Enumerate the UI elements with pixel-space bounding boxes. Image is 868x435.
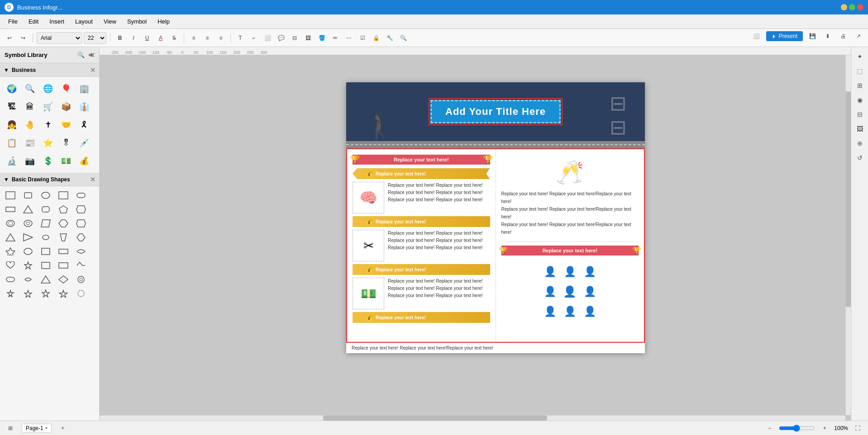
list-item[interactable] (73, 231, 89, 244)
title-text-box-selected[interactable]: Add Your Title Here (429, 98, 563, 125)
strikethrough-button[interactable]: S̶ (168, 32, 180, 44)
monitor-icon[interactable]: ⬜ (751, 30, 763, 42)
list-item[interactable] (38, 273, 53, 286)
italic-button[interactable]: I (128, 32, 139, 44)
save-icon[interactable]: 💾 (806, 30, 818, 42)
list-item[interactable] (73, 259, 89, 272)
text-tool-button[interactable]: T (234, 32, 246, 44)
list-item[interactable] (38, 189, 53, 202)
list-item[interactable]: 👔 (76, 99, 92, 115)
list-item[interactable] (38, 259, 53, 272)
minimize-button[interactable] (841, 4, 847, 10)
shapes-section-header[interactable]: ▼ Basic Drawing Shapes ✕ (0, 173, 99, 186)
list-item[interactable] (56, 273, 71, 286)
list-item[interactable]: 🤝 (58, 117, 74, 133)
view-mode-button[interactable]: ⊞ (5, 422, 16, 434)
list-item[interactable] (20, 287, 36, 300)
font-family-select[interactable]: Arial Times New Roman Helvetica (37, 32, 82, 44)
image-button[interactable]: 🖼 (302, 32, 314, 44)
close-business-button[interactable]: ✕ (90, 66, 95, 74)
list-item[interactable] (56, 217, 71, 230)
list-item[interactable] (38, 231, 53, 244)
list-item[interactable] (3, 203, 18, 216)
print-icon[interactable]: 🖨 (837, 30, 849, 42)
list-item[interactable]: 👧 (4, 117, 20, 133)
share-icon[interactable]: ↗ (853, 30, 864, 42)
crop-tool-button[interactable]: ⌐ (248, 32, 260, 44)
menu-layout[interactable]: Layout (71, 16, 97, 27)
list-item[interactable] (38, 245, 53, 258)
zoom-slider[interactable] (779, 425, 815, 432)
list-item[interactable]: 🏗 (4, 99, 20, 115)
list-item[interactable] (3, 259, 18, 272)
list-item[interactable] (20, 189, 36, 202)
align-center-button[interactable]: ≡ (201, 32, 213, 44)
list-item[interactable] (56, 203, 71, 216)
menu-symbol[interactable]: Symbol (123, 16, 151, 27)
list-item[interactable]: 💉 (76, 135, 92, 151)
list-item[interactable] (20, 203, 36, 216)
list-item[interactable] (73, 217, 89, 230)
grid-tool-button[interactable]: ⊞ (854, 80, 866, 91)
line-style-button[interactable]: ⋯ (343, 32, 355, 44)
list-item[interactable]: 📷 (22, 153, 38, 169)
menu-view[interactable]: View (99, 16, 121, 27)
lock-button[interactable]: 🔒 (370, 32, 382, 44)
search-button[interactable]: 🔍 (397, 32, 409, 44)
select-tool-button[interactable]: ✦ (854, 51, 866, 62)
collapse-panel-icon[interactable]: ≪ (88, 52, 95, 58)
fullscreen-button[interactable]: ⛶ (852, 422, 863, 434)
list-item[interactable]: 💵 (58, 153, 74, 169)
add-page-button[interactable]: + (57, 422, 69, 434)
present-button[interactable]: ⏵ Present (766, 31, 803, 41)
list-item[interactable]: 🎈 (58, 80, 74, 97)
list-item[interactable] (73, 287, 89, 300)
list-item[interactable] (73, 245, 89, 258)
list-item[interactable] (38, 203, 53, 216)
list-item[interactable] (73, 273, 89, 286)
vertical-scrollbar[interactable] (845, 55, 851, 415)
table-insert-button[interactable]: ⊟ (289, 32, 300, 44)
settings-button[interactable]: 🔧 (384, 32, 396, 44)
align-left-button[interactable]: ≡ (188, 32, 200, 44)
list-item[interactable]: 🎖 (58, 135, 74, 151)
list-item[interactable]: 🌍 (4, 80, 20, 97)
list-item[interactable]: 🏛 (22, 99, 38, 115)
pen-tool-button[interactable]: ✏ (329, 32, 341, 44)
list-item[interactable] (73, 189, 89, 202)
zoom-out-button[interactable]: − (763, 422, 775, 434)
menu-edit[interactable]: Edit (24, 16, 43, 27)
scrollbar-thumb-v[interactable] (846, 91, 851, 307)
list-item[interactable]: 🔍 (22, 80, 38, 97)
list-item[interactable]: 🏢 (76, 80, 92, 97)
list-item[interactable] (3, 287, 18, 300)
bold-button[interactable]: B (114, 32, 126, 44)
list-item[interactable]: 📦 (58, 99, 74, 115)
list-item[interactable]: ⭐ (40, 135, 56, 151)
list-item[interactable] (56, 287, 71, 300)
list-item[interactable]: 🎗 (76, 117, 92, 133)
list-item[interactable]: 📋 (4, 135, 20, 151)
list-item[interactable] (56, 259, 71, 272)
business-section-header[interactable]: ▼ Business ✕ (0, 63, 99, 77)
list-item[interactable]: 🛒 (40, 99, 56, 115)
search-icon[interactable]: 🔍 (77, 52, 85, 58)
table-tool-button[interactable]: ⊟ (854, 109, 866, 120)
callout-tool-button[interactable]: 💬 (275, 32, 287, 44)
list-item[interactable] (3, 189, 18, 202)
list-item[interactable] (38, 287, 53, 300)
list-item[interactable]: 📰 (22, 135, 38, 151)
checkbox-button[interactable]: ☑ (357, 32, 368, 44)
menu-insert[interactable]: Insert (45, 16, 69, 27)
menu-help[interactable]: Help (153, 16, 174, 27)
list-item[interactable] (20, 217, 36, 230)
list-item[interactable]: 🌐 (40, 80, 56, 97)
download-icon[interactable]: ⬇ (822, 30, 834, 42)
font-color-button[interactable]: A (155, 32, 167, 44)
zoom-in-button[interactable]: + (819, 422, 830, 434)
list-item[interactable] (38, 217, 53, 230)
list-item[interactable] (73, 203, 89, 216)
list-item[interactable] (3, 217, 18, 230)
list-item[interactable]: 🔬 (4, 153, 20, 169)
list-item[interactable]: 💲 (40, 153, 56, 169)
